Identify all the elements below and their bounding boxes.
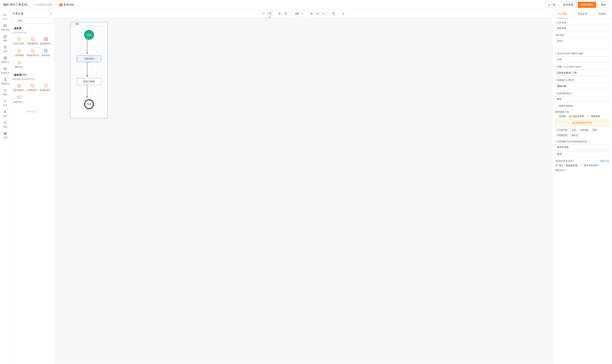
rail-item-hourglass[interactable]: 等待节点 bbox=[0, 76, 10, 87]
ext-node-item[interactable]: 服务商指派... bbox=[12, 82, 26, 93]
page-btn-input-1[interactable] bbox=[555, 144, 609, 150]
target-select[interactable]: 工单⌄ bbox=[555, 56, 609, 63]
zoom-input[interactable]: % ⌄ bbox=[293, 11, 308, 16]
field-tag[interactable]: R 计算字段 bbox=[555, 128, 569, 132]
action-select[interactable]: 编辑对象⌄ bbox=[555, 83, 609, 89]
fit-button[interactable] bbox=[321, 11, 327, 17]
close-icon[interactable]: ✕ bbox=[50, 12, 52, 16]
ext-node-item[interactable]: 指派服务商 bbox=[26, 36, 39, 46]
rail-item-parallel[interactable]: 并行 bbox=[0, 108, 10, 119]
field-tag[interactable]: 派单员 bbox=[570, 133, 579, 137]
ext-node-item[interactable]: 服务评价（ bbox=[12, 94, 26, 104]
main: 扩展业务活动审批会签应用节点自动节点等待节点阶段分支并行开始结束 扩展元素 ✕ … bbox=[0, 10, 612, 364]
svg-rect-6 bbox=[5, 58, 6, 59]
redo-button[interactable]: 重做 bbox=[267, 11, 273, 17]
prev-button[interactable]: 上一步 bbox=[545, 2, 558, 8]
field-tag[interactable]: 电话 bbox=[591, 128, 599, 132]
ext-section-title[interactable]: 服务通 bbox=[12, 26, 53, 31]
ext-node-item[interactable]: 现场标准作... bbox=[39, 82, 53, 93]
tab-after[interactable]: 完成后 bbox=[592, 10, 612, 18]
page-title: 编辑 测试工单支持... bbox=[3, 3, 29, 7]
save-draft-button[interactable]: 保存草稿 bbox=[560, 2, 576, 8]
circle-filled-icon bbox=[3, 131, 7, 135]
ext-node-item[interactable]: 指派服务商... bbox=[39, 36, 53, 46]
ext-node-item[interactable]: 服务报告 bbox=[39, 47, 53, 58]
svg-point-31 bbox=[18, 85, 19, 86]
submit-button[interactable]: 保存并提交 bbox=[578, 2, 596, 8]
btn-name-input[interactable] bbox=[555, 96, 609, 102]
name-input[interactable] bbox=[555, 26, 609, 31]
ext-section-subtitle: 外部服务商协助处理节点 bbox=[12, 78, 53, 82]
pointer-tool[interactable] bbox=[277, 11, 282, 17]
zoom-in-button[interactable] bbox=[308, 11, 314, 17]
field-ticket: *对哪一个工单执行任务? 流程发起数据/ 工单⌄ bbox=[555, 65, 609, 76]
ext-node-item[interactable]: 工程师接单 bbox=[12, 47, 26, 58]
ext-section-title[interactable]: 服务商门户 bbox=[12, 72, 53, 78]
rail-item-circle-filled[interactable]: 结束 bbox=[0, 130, 10, 141]
ticket-select[interactable]: 流程发起数据/ 工单⌄ bbox=[555, 70, 609, 76]
radio-none[interactable]: 无内容 bbox=[555, 115, 566, 118]
end-node[interactable]: 结束 bbox=[84, 99, 94, 109]
rail-item-group-check[interactable]: 会签 bbox=[0, 43, 10, 54]
rail-item-square[interactable]: 阶段 bbox=[0, 87, 10, 97]
edit-handler-link[interactable]: 编辑处理人 bbox=[555, 169, 567, 172]
canvas[interactable]: 1 阶段 开始 业务活动 指派工程师 结束 bbox=[55, 18, 552, 364]
stage-container[interactable]: 1 阶段 开始 业务活动 指派工程师 结束 bbox=[70, 22, 108, 118]
activity-node[interactable]: 业务活动 bbox=[77, 55, 101, 62]
info-icon[interactable]: ? bbox=[588, 140, 590, 143]
start-node[interactable]: 开始 bbox=[84, 30, 94, 40]
search-input[interactable] bbox=[12, 18, 53, 24]
exit-button[interactable]: 退出 bbox=[598, 2, 609, 8]
handle-left[interactable] bbox=[76, 58, 78, 60]
delete-button[interactable] bbox=[331, 11, 336, 17]
chevron-down-icon[interactable]: ⌄ bbox=[304, 13, 307, 15]
rail-item-circle[interactable]: 开始 bbox=[0, 119, 10, 130]
rp-body: *业务名称 业务描述 *本业务活动针对哪个对象? 工单⌄ *对哪一个工单执行任务… bbox=[552, 18, 612, 364]
rail-item-branch[interactable]: 分支 bbox=[0, 97, 10, 108]
info-icon[interactable]: ? bbox=[572, 92, 574, 95]
svg-rect-11 bbox=[4, 100, 6, 102]
hide-checkbox-row[interactable]: 隐藏完成按钮 bbox=[555, 104, 609, 108]
ext-node-item[interactable]: 现场标准作业 bbox=[26, 47, 39, 58]
radio-apl[interactable]: 基于APL代码 bbox=[580, 164, 598, 167]
ext-node-item[interactable]: 指派工程师 bbox=[12, 36, 26, 46]
radio-custom[interactable]: 自定义表单 bbox=[569, 115, 584, 118]
node-type-icon bbox=[17, 83, 21, 88]
field-btn-name: *设置按钮名称? bbox=[555, 92, 609, 102]
svg-point-27 bbox=[45, 50, 46, 51]
ext-node-item[interactable]: 服务评价 bbox=[12, 59, 26, 70]
assign-node[interactable]: 指派工程师 bbox=[77, 78, 101, 85]
tool-group bbox=[275, 10, 290, 17]
radio-layout[interactable]: 流程布局 bbox=[587, 115, 600, 118]
more-groups-link[interactable]: 更多分组 bbox=[600, 159, 609, 163]
field-tag[interactable]: 下游服务商 bbox=[555, 133, 569, 137]
tab-properties[interactable]: 节点属性 bbox=[552, 10, 572, 18]
tab-conditions[interactable]: 完成条件 bbox=[572, 10, 592, 18]
field-tag[interactable]: 分类 bbox=[570, 128, 577, 132]
rail-item-check-badge[interactable]: 审批 bbox=[0, 33, 10, 43]
zoom-out-button[interactable] bbox=[315, 11, 320, 17]
rail-item-label: 应用节点 bbox=[1, 61, 9, 64]
cfg-radio-row: 无内容 自定义表单 流程布局 bbox=[555, 115, 609, 118]
field-tag[interactable]: 转派理由 bbox=[578, 128, 590, 132]
zoom-value[interactable] bbox=[293, 12, 301, 15]
page-btn-input-2[interactable] bbox=[555, 151, 609, 157]
handle-top[interactable] bbox=[88, 55, 90, 56]
export-button[interactable] bbox=[341, 11, 346, 17]
user-card-icon bbox=[3, 24, 7, 27]
node-type-icon bbox=[30, 37, 35, 41]
radio-person[interactable]: 选人，角色或变量 bbox=[555, 164, 577, 167]
rail-item-grid[interactable]: 应用节点 bbox=[0, 54, 10, 65]
node-type-icon bbox=[43, 37, 48, 41]
rail-item-user-card[interactable]: 业务活动 bbox=[0, 22, 10, 33]
svg-point-2 bbox=[4, 46, 7, 49]
desc-textarea[interactable] bbox=[555, 38, 609, 49]
undo-button[interactable] bbox=[261, 11, 266, 17]
ext-cell-label: 工程师接单... bbox=[26, 89, 39, 92]
hand-tool[interactable] bbox=[283, 11, 289, 17]
rail-item-robot[interactable]: 自动节点 bbox=[0, 65, 10, 76]
ext-node-item[interactable]: 工程师接单... bbox=[26, 82, 39, 93]
rail-item-puzzle[interactable]: 扩展 bbox=[0, 11, 10, 22]
handle-right[interactable] bbox=[100, 58, 102, 60]
config-fields-button[interactable]: 配置要编辑的字段 bbox=[555, 120, 609, 126]
